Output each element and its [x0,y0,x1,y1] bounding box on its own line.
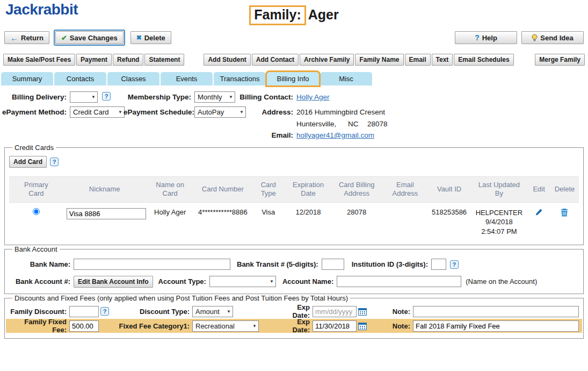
tab-billing-info[interactable]: Billing Info [267,72,319,85]
tab-contacts[interactable]: Contacts [54,72,106,85]
family-discount-row: Family Discount: ? Discount Type: Amount… [9,304,579,318]
membership-type-select[interactable]: Monthly ▼ [194,91,235,103]
tab-events[interactable]: Events [161,72,213,85]
bank-account-legend: Bank Account [12,245,60,253]
discount-note-input[interactable] [413,306,579,317]
add-card-help-icon[interactable]: ? [50,158,59,166]
primary-card-radio[interactable] [33,208,40,215]
bank-transit-label: Bank Transit # (5-digits): [237,260,318,268]
vault-id-value: 518253586 [428,202,471,239]
fixed-fee-exp-date-input[interactable] [313,320,357,332]
discount-exp-date-label: Exp Date: [279,303,313,319]
edit-bank-account-info-button[interactable]: Edit Bank Account Info [74,276,153,288]
discount-exp-date-input[interactable] [313,306,357,317]
bank-row-1: Bank Name: Bank Transit # (5-digits): In… [9,258,579,271]
return-label: Return [21,34,43,42]
updated-date: 9/4/2018 [471,217,526,227]
add-card-button[interactable]: Add Card [9,156,47,168]
action-merge-family-button[interactable]: Merge Family [535,54,585,66]
billing-delivery-help-icon[interactable]: ? [102,92,111,101]
col-last-updated-by: Last Updated By [477,181,521,198]
page-title: Family:Ager [0,5,588,25]
credit-card-row: Holly Ager 4***********8886 Visa 12/2018… [9,202,579,239]
account-type-select[interactable]: ▼ [209,276,276,287]
save-changes-button[interactable]: ✔ Save Changes [55,31,124,44]
tab-summary[interactable]: Summary [1,72,53,85]
calendar-icon[interactable] [358,308,367,316]
delete-trash-icon[interactable] [561,208,568,217]
calendar-icon[interactable] [358,322,367,330]
fixed-fee-note-input[interactable] [413,320,579,332]
email-link[interactable]: hollyager41@gmail.com [296,131,374,139]
action-add-contact-button[interactable]: Add Contact [252,54,299,66]
tab-transactions[interactable]: Transactions [214,72,266,85]
save-annotation-box: ✔ Save Changes [54,30,125,46]
card-number-value: 4***********8886 [194,202,251,239]
action-email-schedules-button[interactable]: Email Schedules [454,54,513,66]
tab-classes[interactable]: Classes [107,72,159,85]
institution-id-label: Institution ID (3-digits): [352,260,428,268]
institution-id-input[interactable] [431,259,446,270]
col-card-number: Card Number [202,185,244,194]
chevron-down-icon: ▼ [270,279,274,284]
epayment-method-select[interactable]: Credit Card ▼ [70,106,125,118]
delete-button[interactable]: ✖ Delete [130,31,171,44]
return-button[interactable]: ← Return [4,31,49,44]
action-email-button[interactable]: Email [405,54,431,66]
bank-transit-input[interactable] [322,259,344,270]
membership-type-label: Membership Type: [124,93,191,101]
family-discount-help-icon[interactable]: ? [100,307,109,316]
tab-misc[interactable]: Misc [320,72,372,85]
name-on-card-value: Holly Ager [146,202,194,239]
top-toolbar: ← Return ✔ Save Changes ✖ Delete ? Help … [0,30,588,45]
page-title-prefix: Family: [249,5,306,25]
institution-id-help-icon[interactable]: ? [450,260,459,269]
chevron-down-icon: ▼ [229,95,233,99]
action-statement-button[interactable]: Statement [144,54,184,66]
address-state: NC [348,120,359,128]
discounts-section: Discounts and Fixed Fees (only applied w… [4,294,584,339]
family-fixed-fee-input[interactable] [69,320,99,332]
account-name-label: Account Name: [282,277,333,286]
action-add-student-button[interactable]: Add Student [204,54,250,66]
account-name-input[interactable] [337,276,461,287]
family-discount-input[interactable] [69,306,99,317]
lightbulb-icon [532,34,538,42]
col-edit: Edit [533,185,545,194]
action-family-name-button[interactable]: Family Name [355,54,403,66]
bank-name-input[interactable] [74,259,230,270]
send-idea-button[interactable]: Send Idea [521,31,584,44]
action-archive-family-button[interactable]: Archive Family [300,54,354,66]
action-payment-button[interactable]: Payment [76,54,112,66]
x-icon: ✖ [136,34,142,41]
billing-contact-link[interactable]: Holly Ager [296,93,330,101]
family-action-row: Make Sale/Post Fees Payment Refund State… [0,54,588,66]
card-type-value: Visa [251,202,286,239]
updated-by-user: HELPCENTER [471,208,526,218]
credit-cards-table: Primary Card Nickname Name on Card Card … [9,176,579,239]
last-updated-by-value: HELPCENTER 9/4/2018 2:54:07 PM [470,202,527,239]
check-icon: ✔ [61,34,67,41]
action-make-sale-post-fees-button[interactable]: Make Sale/Post Fees [3,54,75,66]
fixed-fee-category-select[interactable]: Recreational ▼ [192,320,259,332]
fixed-fee-exp-date-label: Exp Date: [279,318,313,334]
page-header: Jackrabbit Family:Ager [0,0,588,30]
billing-delivery-label: Billing Delivery: [0,93,67,101]
membership-type-value: Monthly [198,93,222,101]
billing-delivery-select[interactable]: ▼ [70,91,98,103]
discount-type-select[interactable]: Amount ▼ [192,306,233,317]
address-city: Huntersville, [296,120,336,128]
chevron-down-icon: ▼ [227,309,231,314]
account-type-label: Account Type: [158,277,206,286]
nickname-input[interactable] [67,208,146,219]
action-text-button[interactable]: Text [432,54,453,66]
action-refund-button[interactable]: Refund [113,54,143,66]
address-zip: 28078 [367,120,388,128]
help-button[interactable]: ? Help [455,31,517,44]
fixed-fee-category-label: Fixed Fee Category1: [112,322,192,330]
save-label: Save Changes [70,34,118,42]
credit-cards-toolbar: Add Card ? [9,156,579,168]
edit-pencil-icon[interactable] [535,208,543,216]
bank-name-label: Bank Name: [9,260,74,268]
chevron-down-icon: ▼ [252,324,257,329]
